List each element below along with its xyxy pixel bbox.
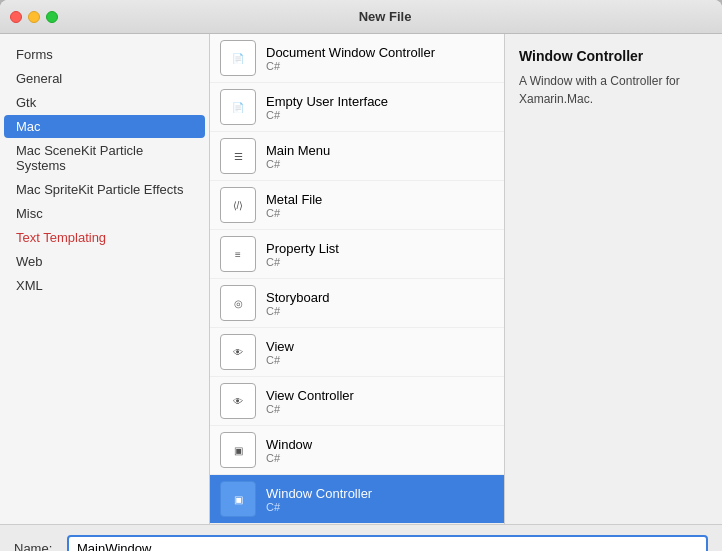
detail-title: Window Controller bbox=[519, 48, 708, 64]
file-item[interactable]: 📄Empty User InterfaceC# bbox=[210, 83, 504, 132]
file-info: Metal FileC# bbox=[266, 192, 494, 219]
doc-icon: 📄 bbox=[220, 40, 256, 76]
close-button[interactable] bbox=[10, 11, 22, 23]
file-item[interactable]: ≡Property ListC# bbox=[210, 230, 504, 279]
file-info: StoryboardC# bbox=[266, 290, 494, 317]
minimize-button[interactable] bbox=[28, 11, 40, 23]
file-subtitle: C# bbox=[266, 305, 494, 317]
file-title: Property List bbox=[266, 241, 494, 256]
file-info: Empty User InterfaceC# bbox=[266, 94, 494, 121]
sidebar: FormsGeneralGtkMacMac SceneKit Particle … bbox=[0, 34, 210, 524]
file-subtitle: C# bbox=[266, 60, 494, 72]
file-title: Metal File bbox=[266, 192, 494, 207]
sidebar-item-web[interactable]: Web bbox=[4, 250, 205, 273]
sidebar-item-misc[interactable]: Misc bbox=[4, 202, 205, 225]
file-title: Empty User Interface bbox=[266, 94, 494, 109]
file-info: View ControllerC# bbox=[266, 388, 494, 415]
file-item[interactable]: 📄Document Window ControllerC# bbox=[210, 34, 504, 83]
name-label: Name: bbox=[14, 541, 59, 551]
file-item[interactable]: ▣Window ControllerC# bbox=[210, 475, 504, 524]
file-subtitle: C# bbox=[266, 354, 494, 366]
file-title: View Controller bbox=[266, 388, 494, 403]
sidebar-item-gtk[interactable]: Gtk bbox=[4, 91, 205, 114]
file-subtitle: C# bbox=[266, 158, 494, 170]
list-icon: ≡ bbox=[220, 236, 256, 272]
sidebar-item-text-templating[interactable]: Text Templating bbox=[4, 226, 205, 249]
window-icon: ▣ bbox=[220, 432, 256, 468]
sidebar-item-mac-spritekit[interactable]: Mac SpriteKit Particle Effects bbox=[4, 178, 205, 201]
storyboard-icon: ◎ bbox=[220, 285, 256, 321]
file-info: Window ControllerC# bbox=[266, 486, 494, 513]
file-title: Storyboard bbox=[266, 290, 494, 305]
file-subtitle: C# bbox=[266, 452, 494, 464]
name-input[interactable] bbox=[67, 535, 708, 551]
file-info: ViewC# bbox=[266, 339, 494, 366]
main-content: FormsGeneralGtkMacMac SceneKit Particle … bbox=[0, 34, 722, 524]
name-row: Name: bbox=[14, 535, 708, 551]
file-subtitle: C# bbox=[266, 207, 494, 219]
titlebar: New File bbox=[0, 0, 722, 34]
file-title: Main Menu bbox=[266, 143, 494, 158]
window-icon: ▣ bbox=[220, 481, 256, 517]
new-file-window: New File FormsGeneralGtkMacMac SceneKit … bbox=[0, 0, 722, 551]
file-list: 📄Document Window ControllerC#📄Empty User… bbox=[210, 34, 505, 524]
sidebar-item-mac-scenekit[interactable]: Mac SceneKit Particle Systems bbox=[4, 139, 205, 177]
bottom-bar: Name: Cancel New bbox=[0, 524, 722, 551]
view-icon: 👁 bbox=[220, 334, 256, 370]
file-item[interactable]: ☰Main MenuC# bbox=[210, 132, 504, 181]
file-item[interactable]: 👁ViewC# bbox=[210, 328, 504, 377]
file-title: Window Controller bbox=[266, 486, 494, 501]
file-info: Main MenuC# bbox=[266, 143, 494, 170]
detail-description: A Window with a Controller for Xamarin.M… bbox=[519, 72, 708, 108]
file-info: Property ListC# bbox=[266, 241, 494, 268]
view-icon: 👁 bbox=[220, 383, 256, 419]
window-title: New File bbox=[58, 9, 712, 24]
maximize-button[interactable] bbox=[46, 11, 58, 23]
file-item[interactable]: ◎StoryboardC# bbox=[210, 279, 504, 328]
detail-panel: Window Controller A Window with a Contro… bbox=[505, 34, 722, 524]
traffic-lights bbox=[10, 11, 58, 23]
file-title: Document Window Controller bbox=[266, 45, 494, 60]
file-title: View bbox=[266, 339, 494, 354]
metal-icon: ⟨/⟩ bbox=[220, 187, 256, 223]
sidebar-item-xml[interactable]: XML bbox=[4, 274, 205, 297]
file-subtitle: C# bbox=[266, 256, 494, 268]
file-subtitle: C# bbox=[266, 501, 494, 513]
menu-icon: ☰ bbox=[220, 138, 256, 174]
file-info: Document Window ControllerC# bbox=[266, 45, 494, 72]
file-info: WindowC# bbox=[266, 437, 494, 464]
file-title: Window bbox=[266, 437, 494, 452]
file-item[interactable]: 👁View ControllerC# bbox=[210, 377, 504, 426]
sidebar-item-general[interactable]: General bbox=[4, 67, 205, 90]
doc-icon: 📄 bbox=[220, 89, 256, 125]
file-subtitle: C# bbox=[266, 109, 494, 121]
file-item[interactable]: ▣WindowC# bbox=[210, 426, 504, 475]
sidebar-item-mac[interactable]: Mac bbox=[4, 115, 205, 138]
file-subtitle: C# bbox=[266, 403, 494, 415]
sidebar-item-forms[interactable]: Forms bbox=[4, 43, 205, 66]
file-item[interactable]: ⟨/⟩Metal FileC# bbox=[210, 181, 504, 230]
